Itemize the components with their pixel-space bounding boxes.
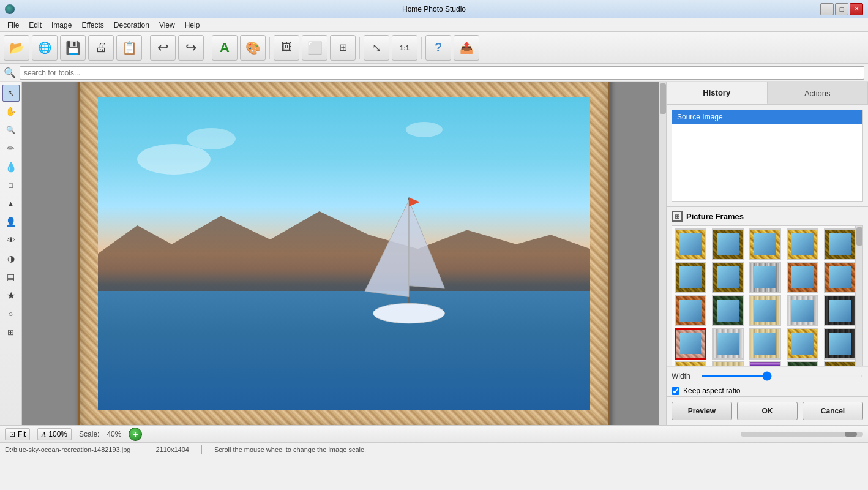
- circle-tool[interactable]: ○: [2, 305, 20, 322]
- keep-ratio-label: Keep aspect ratio: [683, 386, 740, 395]
- frame-thumb[interactable]: [749, 228, 781, 260]
- frame-thumb[interactable]: [712, 328, 744, 360]
- stamp-tool[interactable]: ▲: [2, 195, 20, 212]
- crop-tool[interactable]: ⊞: [2, 323, 20, 341]
- fit-icon: ⊡: [9, 430, 15, 439]
- batch-button[interactable]: 📋: [116, 35, 142, 61]
- frame-thumb[interactable]: [712, 295, 744, 326]
- color-button[interactable]: 🎨: [240, 35, 266, 61]
- tab-actions[interactable]: Actions: [768, 82, 869, 104]
- frame-thumb[interactable]: [787, 328, 818, 360]
- zoom-icon: 𝐴: [42, 430, 46, 439]
- eye-tool[interactable]: 👁: [2, 232, 20, 249]
- eraser-tool[interactable]: ◻: [2, 176, 20, 194]
- frames1-button[interactable]: 🖼: [274, 35, 299, 61]
- bottom-toolbar: ⊡ Fit 𝐴 100% Scale: 40% +: [0, 425, 868, 442]
- menu-decoration[interactable]: Decoration: [109, 20, 154, 31]
- frame-thumb-selected[interactable]: [675, 328, 706, 360]
- menu-file[interactable]: File: [2, 20, 24, 31]
- paint-tool[interactable]: 💧: [2, 158, 20, 175]
- frame-thumb[interactable]: [749, 262, 781, 293]
- adjust-tool[interactable]: ◑: [2, 250, 20, 267]
- frame-thumb[interactable]: [749, 328, 781, 360]
- menu-edit[interactable]: Edit: [24, 20, 47, 31]
- layers-tool[interactable]: ▤: [2, 268, 20, 285]
- keep-ratio-checkbox[interactable]: [672, 387, 679, 395]
- frame-thumb[interactable]: [675, 295, 706, 326]
- frame-thumb[interactable]: [675, 262, 706, 293]
- frame-thumb[interactable]: [787, 228, 818, 260]
- search-bar: 🔍: [0, 64, 868, 82]
- frames-vscroll-thumb[interactable]: [856, 227, 862, 246]
- frames-vscrollbar[interactable]: [855, 226, 862, 366]
- open-button[interactable]: 📂: [4, 35, 29, 61]
- frame-thumb[interactable]: [824, 295, 856, 326]
- print-button[interactable]: 🖨: [88, 35, 114, 61]
- width-control: Width: [667, 366, 868, 385]
- frame-thumb[interactable]: [824, 228, 856, 260]
- frame-thumb[interactable]: [712, 228, 744, 260]
- close-button[interactable]: ✕: [850, 3, 863, 15]
- new-button[interactable]: 🌐: [32, 35, 58, 61]
- menu-image[interactable]: Image: [47, 20, 77, 31]
- menu-effects[interactable]: Effects: [77, 20, 108, 31]
- frames2-button[interactable]: ⬜: [302, 35, 327, 61]
- frame-thumb[interactable]: [712, 361, 744, 366]
- redo-button[interactable]: ↪: [178, 35, 204, 61]
- export-button[interactable]: 📤: [454, 35, 479, 61]
- search-input[interactable]: [20, 66, 864, 80]
- main-toolbar: 📂 🌐 💾 🖨 📋 ↩ ↪ A 🎨 🖼 ⬜ ⊞ ⤡ 1:1 ? 📤: [0, 32, 868, 64]
- resize-button[interactable]: ⤡: [364, 35, 389, 61]
- text-button[interactable]: A: [212, 35, 238, 61]
- toolbar-sep1: [146, 37, 146, 59]
- stickers-tool[interactable]: ★: [2, 287, 20, 304]
- clone-tool[interactable]: 👤: [2, 213, 20, 230]
- fit-button[interactable]: ⊡ Fit: [5, 428, 30, 440]
- frame-inner: [98, 97, 590, 410]
- canvas-vscrollbar[interactable]: [659, 82, 666, 425]
- frame-thumb[interactable]: [675, 228, 706, 260]
- frame-thumb[interactable]: [675, 361, 706, 366]
- frame-thumb[interactable]: [824, 361, 856, 366]
- bottom-scrollbar[interactable]: [741, 432, 863, 437]
- dimensions: 2110x1404: [155, 446, 189, 453]
- toolbar-sep2: [208, 37, 208, 59]
- menu-view[interactable]: View: [154, 20, 180, 31]
- help-button[interactable]: ?: [425, 35, 451, 61]
- frame-thumb[interactable]: [787, 295, 818, 326]
- history-list[interactable]: Source Image: [672, 110, 863, 202]
- zoom-in-button[interactable]: +: [129, 428, 142, 441]
- hand-tool[interactable]: ✋: [2, 103, 20, 120]
- frame-thumb[interactable]: [749, 361, 781, 366]
- frame-thumb[interactable]: [824, 262, 856, 293]
- frame-thumb[interactable]: [712, 262, 744, 293]
- search-icon: 🔍: [4, 67, 16, 78]
- brush-tool[interactable]: ✏: [2, 140, 20, 157]
- canvas-scroll[interactable]: [22, 82, 666, 425]
- frame-thumb[interactable]: [787, 262, 818, 293]
- undo-button[interactable]: ↩: [150, 35, 176, 61]
- history-item-source[interactable]: Source Image: [672, 110, 862, 124]
- save-button[interactable]: 💾: [60, 35, 86, 61]
- vscroll-thumb[interactable]: [660, 83, 666, 114]
- frame-thumb[interactable]: [824, 328, 856, 360]
- zoom-tool[interactable]: 🔍: [2, 121, 20, 138]
- tab-history[interactable]: History: [667, 82, 768, 104]
- bottom-scroll-thumb[interactable]: [845, 432, 857, 437]
- frame-thumb[interactable]: [749, 295, 781, 326]
- frame-thumb[interactable]: [787, 361, 818, 366]
- ok-button[interactable]: OK: [737, 402, 798, 420]
- menu-help[interactable]: Help: [180, 20, 205, 31]
- svg-marker-4: [409, 198, 420, 206]
- cancel-button[interactable]: Cancel: [803, 402, 863, 420]
- collage-button[interactable]: ⊞: [330, 35, 356, 61]
- frames-grid-container[interactable]: [672, 225, 863, 366]
- preview-button[interactable]: Preview: [672, 402, 732, 420]
- minimize-button[interactable]: —: [820, 3, 834, 15]
- maximize-button[interactable]: □: [835, 3, 848, 15]
- zoom-fit-button[interactable]: 1:1: [392, 35, 417, 61]
- width-slider[interactable]: [701, 375, 863, 377]
- select-tool[interactable]: ↖: [2, 85, 20, 102]
- zoom-100-button[interactable]: 𝐴 100%: [37, 428, 72, 440]
- canvas-area[interactable]: [22, 82, 666, 425]
